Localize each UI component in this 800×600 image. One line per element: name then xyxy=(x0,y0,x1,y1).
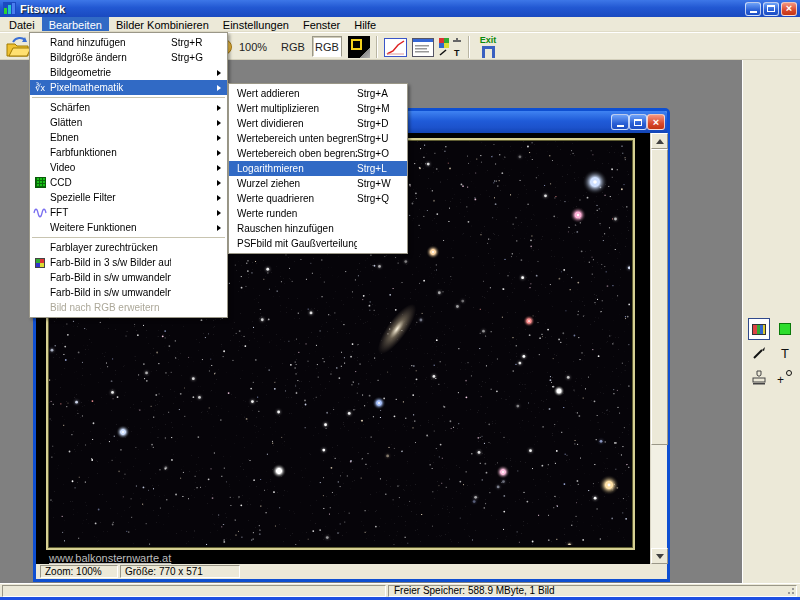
green-square-icon xyxy=(779,323,791,335)
menu-item-label: Wertebereich oben begrenzen xyxy=(237,148,357,159)
child-minimize-button[interactable] xyxy=(611,114,629,130)
display-stretch-button[interactable] xyxy=(348,36,370,58)
menu-item-ebnen[interactable]: Ebnen xyxy=(30,130,227,145)
image-info-icon xyxy=(412,38,434,57)
ccd-grid-icon xyxy=(35,177,46,188)
menu-item-wert-addieren[interactable]: Wert addierenStrg+A xyxy=(229,86,407,101)
menu-bar: DateiBearbeitenBilder KombinierenEinstel… xyxy=(0,17,800,32)
submenu-arrow-icon xyxy=(217,85,227,91)
menu-item-farb-bild-in-3-s-w-bilder-aufteilen[interactable]: Farb-Bild in 3 s/w Bilder aufteilen xyxy=(30,255,227,270)
menu-einstellungen[interactable]: Einstellungen xyxy=(216,17,296,31)
menu-item-farblayer-zurechtr-cken[interactable]: Farblayer zurechtrücken xyxy=(30,240,227,255)
menu-item-label: Logarithmieren xyxy=(237,163,357,174)
menu-item-bild-nach-rgb-erweitern[interactable]: Bild nach RGB erweitern xyxy=(30,300,227,315)
status-panel-empty xyxy=(2,585,386,597)
menu-item-farb-bild-in-s-w-umwandeln-luminanz[interactable]: Farb-Bild in s/w umwandeln (Luminanz) xyxy=(30,270,227,285)
menu-item-pixelmathematik[interactable]: ∛xPixelmathematik xyxy=(30,80,227,95)
menu-fenster[interactable]: Fenster xyxy=(296,17,347,31)
menu-item-wertebereich-oben-begrenzen[interactable]: Wertebereich oben begrenzenStrg+O xyxy=(229,146,407,161)
image-info-button[interactable] xyxy=(410,36,435,58)
fitswork-window: Fitswork × DateiBearbeitenBilder Kombini… xyxy=(0,0,800,600)
green-marker-tool-button[interactable] xyxy=(774,318,796,340)
menu-bilder-kombinieren[interactable]: Bilder Kombinieren xyxy=(109,17,216,31)
scrollbar-thumb[interactable] xyxy=(651,149,668,445)
free-memory-text: Freier Speicher: 588.9 MByte, 1 Bild xyxy=(394,585,555,596)
rgb-toggle-label: RGB xyxy=(315,41,339,53)
menu-item-weitere-funktionen[interactable]: Weitere Funktionen xyxy=(30,220,227,235)
close-button[interactable]: × xyxy=(781,2,797,16)
menu-item-label: Werte quadrieren xyxy=(237,193,357,204)
menu-bearbeiten[interactable]: Bearbeiten xyxy=(42,17,109,31)
menu-item-werte-quadrieren[interactable]: Werte quadrierenStrg+Q xyxy=(229,191,407,206)
zoom-100-label: 100% xyxy=(239,41,267,53)
scroll-up-button[interactable] xyxy=(651,133,668,149)
exit-door-icon xyxy=(482,46,495,58)
menu-item-spezielle-filter[interactable]: Spezielle Filter xyxy=(30,190,227,205)
menu-item-label: Farbfunktionen xyxy=(50,147,171,158)
menu-hilfe[interactable]: Hilfe xyxy=(347,17,383,31)
rgb-toggle-button[interactable]: RGB xyxy=(312,36,342,57)
photo-tool-button[interactable] xyxy=(748,318,770,340)
menu-item-farb-bild-in-s-w-umwandeln-luma[interactable]: Farb-Bild in s/w umwandeln (Luma) xyxy=(30,285,227,300)
menu-item-wertebereich-unten-begrenzen[interactable]: Wertebereich unten begrenzenStrg+U xyxy=(229,131,407,146)
fft-icon xyxy=(30,208,50,218)
menu-item-fft[interactable]: FFT xyxy=(30,205,227,220)
photo-icon xyxy=(752,324,766,335)
menu-item-label: Rand hinzufügen xyxy=(50,37,171,48)
zoom-status: Zoom: 100% xyxy=(40,565,118,578)
menu-item-label: Wert multiplizieren xyxy=(237,103,357,114)
menu-item-bildgr-e-ndern[interactable]: Bildgröße ändernStrg+G xyxy=(30,50,227,65)
menu-item-label: Wert dividieren xyxy=(237,118,357,129)
side-tool-panel: T + xyxy=(742,60,800,583)
submenu-arrow-icon xyxy=(217,225,227,231)
color-tools-button[interactable]: T xyxy=(437,36,465,58)
menu-item-wert-multiplizieren[interactable]: Wert multiplizierenStrg+M xyxy=(229,101,407,116)
text-tool-button[interactable]: T xyxy=(774,342,796,364)
menu-item-label: Pixelmathematik xyxy=(50,82,171,93)
marker-point-tool-button[interactable]: + xyxy=(774,366,796,388)
menu-item-bildgeometrie[interactable]: Bildgeometrie xyxy=(30,65,227,80)
menu-item-label: Werte runden xyxy=(237,208,357,219)
pen-tool-button[interactable] xyxy=(748,342,770,364)
exit-button[interactable]: Exit xyxy=(472,35,504,59)
menu-item-sch-rfen[interactable]: Schärfen xyxy=(30,100,227,115)
vertical-scrollbar[interactable] xyxy=(650,133,667,564)
menu-item-label: Wertebereich unten begrenzen xyxy=(237,133,357,144)
rgb-button[interactable]: RGB xyxy=(278,37,308,57)
menu-item-wurzel-ziehen[interactable]: Wurzel ziehenStrg+W xyxy=(229,176,407,191)
zoom-100-button[interactable]: 100% xyxy=(236,37,270,57)
maximize-button[interactable] xyxy=(763,2,779,16)
minimize-button[interactable] xyxy=(745,2,761,16)
resize-grip[interactable] xyxy=(784,584,796,596)
menu-item-video[interactable]: Video xyxy=(30,160,227,175)
histogram-button[interactable] xyxy=(383,36,408,58)
stamp-tool-button[interactable] xyxy=(748,366,770,388)
scroll-down-button[interactable] xyxy=(651,548,668,564)
menu-item-shortcut: Strg+L xyxy=(357,163,397,174)
menu-item-logarithmieren[interactable]: LogarithmierenStrg+L xyxy=(229,161,407,176)
arrow-up-icon xyxy=(656,135,664,144)
cuberoot-icon: ∛x xyxy=(30,83,50,93)
menu-item-label: Farb-Bild in s/w umwandeln (Luminanz) xyxy=(50,272,171,283)
menu-datei[interactable]: Datei xyxy=(2,17,42,31)
menu-item-psfbild-mit-gau-verteilung-generieren[interactable]: PSFbild mit Gaußverteilung generieren xyxy=(229,236,407,251)
text-tool-icon: T xyxy=(781,347,789,360)
menu-item-shortcut: Strg+O xyxy=(357,148,397,159)
submenu-arrow-icon xyxy=(217,210,227,216)
menu-item-ccd[interactable]: CCD xyxy=(30,175,227,190)
menu-item-gl-tten[interactable]: Glätten xyxy=(30,115,227,130)
open-file-button[interactable] xyxy=(4,36,32,58)
menu-item-shortcut: Strg+D xyxy=(357,118,397,129)
menu-item-farbfunktionen[interactable]: Farbfunktionen xyxy=(30,145,227,160)
menu-item-rauschen-hinzuf-gen[interactable]: Rauschen hinzufügen xyxy=(229,221,407,236)
color-tools-icon: T xyxy=(438,37,464,57)
child-maximize-button[interactable] xyxy=(629,114,647,130)
menu-item-werte-runden[interactable]: Werte runden xyxy=(229,206,407,221)
toolbar-separator xyxy=(468,36,470,58)
menu-item-wert-dividieren[interactable]: Wert dividierenStrg+D xyxy=(229,116,407,131)
child-close-button[interactable]: × xyxy=(647,114,665,130)
menu-item-rand-hinzuf-gen[interactable]: Rand hinzufügenStrg+R xyxy=(30,35,227,50)
stamp-icon xyxy=(751,370,767,385)
submenu-arrow-icon xyxy=(217,105,227,111)
menu-item-shortcut: Strg+R xyxy=(171,37,217,48)
